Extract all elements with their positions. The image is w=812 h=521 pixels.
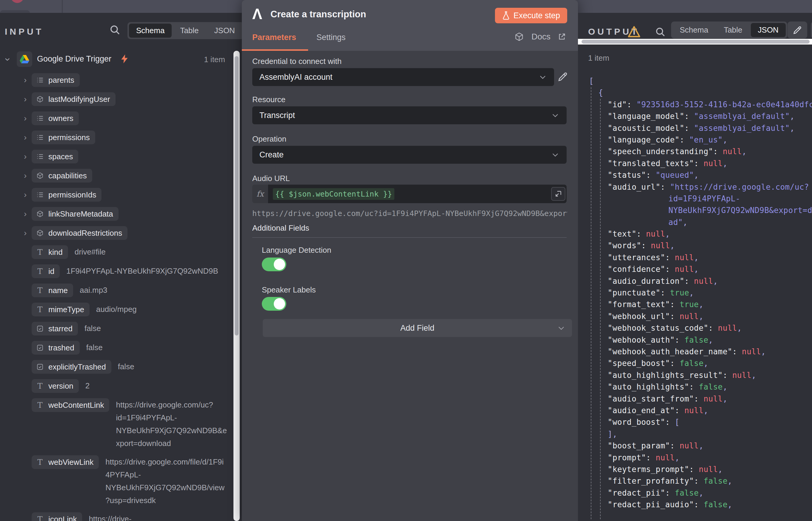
output-tab-table[interactable]: Table [716,23,749,37]
chevron-right-icon[interactable]: › [21,150,32,163]
schema-field-row: ›owners [21,111,228,125]
output-tab-schema[interactable]: Schema [673,23,715,37]
expression-evaluated-value: https://drive.google.com/uc?id=1F9i4PYFA… [252,209,568,218]
list-type-icon [36,153,44,160]
schema-field-pill[interactable]: owners [32,111,79,125]
schema-field-pill[interactable]: TiconLink [32,512,82,521]
schema-field-pill[interactable]: downloadRestrictions [32,226,127,240]
schema-field-pill[interactable]: lastModifyingUser [32,92,116,106]
chevron-right-icon[interactable]: › [21,131,32,144]
input-tab-table[interactable]: Table [173,24,206,38]
active-tab-underline [242,49,308,51]
json-line: "speech_understanding": null, [583,146,812,157]
audio-url-label: Audio URL [252,174,290,183]
schema-field-value: https://drive-thirdparty.googleuserconte… [89,512,228,521]
chevron-down-icon [551,151,559,159]
json-line: "acoustic_model": "assemblyai_default", [583,122,812,134]
schema-field-name: permissionIds [48,190,96,200]
schema-field-pill[interactable]: parents [32,73,80,87]
list-type-icon [36,191,44,199]
schema-field-pill[interactable]: permissionIds [32,188,101,202]
schema-field-pill[interactable]: capabilities [32,169,92,183]
chevron-right-icon[interactable]: › [21,226,32,240]
node-title: Create a transcription [270,9,366,20]
boolean-type-icon [36,363,44,371]
input-vertical-scrollbar[interactable] [234,51,240,521]
json-line: "format_text": true, [583,299,812,310]
schema-field-row: TmimeTypeaudio/mpeg [21,303,228,316]
input-source-row[interactable]: › Google Drive Trigger 1 item [0,51,242,68]
schema-field-pill[interactable]: TwebViewLink [32,455,99,469]
language-detection-toggle[interactable] [262,257,286,271]
additional-fields-label: Additional Fields [252,224,309,233]
search-icon[interactable] [109,24,121,36]
json-line: "word_boost": [ [583,416,812,428]
docs-links: Docs [514,32,566,42]
chevron-right-icon[interactable]: › [21,73,32,87]
schema-field-pill[interactable]: explicitlyTrashed [32,360,111,374]
schema-field-pill[interactable]: TmimeType [32,303,90,316]
search-icon[interactable] [654,26,666,38]
schema-field-name: version [48,382,73,391]
tab-parameters[interactable]: Parameters [252,33,296,42]
json-line: "prompt": null, [583,452,812,463]
json-line: { [583,87,812,98]
resource-select[interactable]: Transcript [252,106,567,124]
schema-field-pill[interactable]: TwebContentLink [32,398,109,412]
docs-link[interactable]: Docs [531,32,550,42]
schema-field-row: Tid1F9i4PYFApL-NYBeUkhF9XjG7Q92wND9B [21,264,228,278]
list-type-icon [36,114,44,122]
edit-output-pencil-button[interactable] [788,22,807,39]
schema-field-pill[interactable]: Tkind [32,245,68,259]
schema-field-value: https://drive.google.com/file/d/1F9i4PYF… [105,455,228,507]
input-scrollbar-thumb[interactable] [235,56,239,336]
schema-field-pill[interactable]: Tversion [32,379,79,393]
chevron-right-icon[interactable]: › [21,111,32,125]
execute-step-button[interactable]: Execute step [495,8,567,23]
schema-field-pill[interactable]: Tname [32,284,73,297]
credential-select[interactable]: AssemblyAI account [252,68,554,86]
assemblyai-logo-icon: Λ [252,5,262,23]
cube-icon[interactable] [514,32,524,42]
expression-input[interactable]: {{ $json.webContentLink }} [268,185,567,203]
schema-field-name: name [48,286,68,295]
speaker-labels-toggle[interactable] [262,297,286,311]
json-line: "text": null, [583,228,812,240]
schema-field-row: ›spaces [21,150,228,163]
schema-field-pill[interactable]: spaces [32,150,78,163]
operation-select[interactable]: Create [252,146,567,164]
chevron-right-icon[interactable]: › [21,188,32,202]
schema-field-value: drive#file [75,245,228,258]
clipped-toolbar-button[interactable] [811,22,812,39]
add-field-button[interactable]: Add Field [263,319,572,337]
input-tab-schema[interactable]: Schema [129,24,172,38]
input-view-tabs: SchemaTableJSON [127,22,242,39]
schema-field-pill[interactable]: permissions [32,131,95,144]
chevron-right-icon[interactable]: › [21,169,32,183]
input-tab-json[interactable]: JSON [207,24,242,38]
canvas-connection-dot [11,0,24,3]
output-tab-json[interactable]: JSON [751,23,786,37]
edit-credential-pencil-icon[interactable] [557,71,568,83]
chevron-down-icon [557,324,566,332]
schema-field-pill[interactable]: Tid [32,264,60,278]
input-items-count: 1 item [204,55,225,64]
chevron-right-icon[interactable]: › [21,207,32,221]
schema-field-pill[interactable]: starred [32,322,78,336]
output-horizontal-scrollbar[interactable] [578,39,812,45]
tab-settings[interactable]: Settings [316,33,346,42]
schema-field-row: explicitlyTrashedfalse [21,360,228,374]
open-expression-editor-icon[interactable] [551,187,566,201]
output-scrollbar-thumb[interactable] [581,40,810,44]
external-link-icon[interactable] [558,32,566,41]
schema-field-row: ›linkShareMetadata [21,207,228,221]
schema-field-pill[interactable]: trashed [32,341,80,355]
schema-field-value: aai.mp3 [80,284,228,297]
chevron-down-icon[interactable]: › [3,58,14,61]
schema-field-value: false [118,360,228,373]
schema-field-pill[interactable]: linkShareMetadata [32,207,119,221]
json-line: "redact_pii": false, [583,487,812,499]
fx-expression-icon[interactable]: fx [252,185,268,203]
text-type-icon: T [37,382,42,390]
chevron-right-icon[interactable]: › [21,92,32,106]
